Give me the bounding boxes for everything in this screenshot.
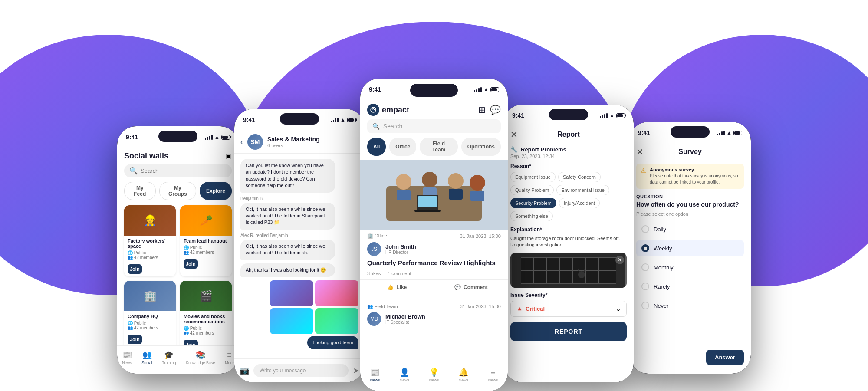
nf-logo: empact: [367, 104, 409, 116]
office-location-2: 👥 Field Team: [367, 304, 398, 309]
office-location: 🏢 Office: [367, 233, 387, 239]
chip-injury[interactable]: Injury/Accident: [559, 198, 600, 208]
chat-input-bar: 📷 Write your message ➤: [234, 358, 365, 382]
chip-safety[interactable]: Safety Concern: [558, 172, 601, 182]
report-close-button[interactable]: ✕: [510, 129, 518, 140]
nav-news-1[interactable]: 📰 News: [122, 350, 132, 365]
post2-author: MB Michael Brown IT Specialist: [367, 312, 501, 326]
sw-title: Social walls: [124, 151, 168, 161]
svg-point-25: [578, 271, 585, 278]
nav-news2-3[interactable]: 👤 News: [400, 368, 410, 382]
chip-equipment[interactable]: Equipment Issue: [510, 172, 556, 182]
radio-weekly[interactable]: [641, 244, 649, 252]
chip-environmental[interactable]: Environmental Issue: [556, 185, 609, 195]
send-icon-chat[interactable]: ➤: [353, 366, 359, 375]
sw-card-title-movies: Movies and books recommendations: [184, 314, 228, 324]
report-title: Report: [557, 131, 580, 138]
survey-option-never[interactable]: Never: [636, 297, 744, 314]
nav-more-1[interactable]: ≡ More: [225, 351, 234, 365]
answer-button[interactable]: Answer: [706, 350, 744, 365]
sw-tab-mygroups[interactable]: My Groups: [159, 182, 196, 200]
camera-icon-chat[interactable]: 📷: [240, 366, 249, 375]
chip-other[interactable]: Something else: [510, 211, 553, 221]
compose-icon[interactable]: ▣: [225, 152, 232, 160]
phones-container: 9:41 ▲ Social walls ▣: [0, 0, 868, 391]
post-action-buttons: 👍 Like 💬 Comment: [360, 279, 508, 295]
survey-option-monthly[interactable]: Monthly: [636, 259, 744, 276]
nav-social-1[interactable]: 👥 Social: [141, 350, 152, 365]
nav-news5-3[interactable]: ≡ News: [488, 368, 498, 382]
comment-icon: 💬: [454, 284, 461, 290]
survey-question-text: How often do you use our product?: [636, 201, 744, 208]
nf-search-text: Search: [383, 123, 402, 130]
chat-message-5-wrap: Looking good team: [240, 280, 358, 353]
nf-tab-all[interactable]: All: [367, 138, 386, 156]
comment-button[interactable]: 💬 Comment: [434, 280, 508, 295]
option-label-never: Never: [654, 302, 669, 309]
phone-social-walls: 9:41 ▲ Social walls ▣: [117, 126, 239, 374]
sw-tab-explore[interactable]: Explore: [200, 182, 232, 200]
report-submit-button[interactable]: REPORT: [510, 322, 627, 341]
chat-message-4: Ah, thanks! I was also looking for it 😊: [240, 263, 335, 277]
option-label-monthly: Monthly: [654, 264, 674, 271]
svg-rect-10: [470, 191, 484, 201]
chat-img-1: [270, 280, 313, 306]
survey-close-button[interactable]: ✕: [636, 147, 644, 157]
chat-message-1: Can you let me know when you have an upd…: [240, 159, 335, 193]
chat-message-5: Looking good team: [307, 336, 358, 349]
report-section-title: 🔧 Report Problems: [510, 146, 627, 153]
nav-news4-3[interactable]: 🔔 News: [459, 368, 469, 382]
survey-select-prompt: Please select one option: [636, 211, 744, 217]
nav-kb-1[interactable]: 📚 Knowledge Base: [186, 350, 215, 365]
remove-image-button[interactable]: ✕: [615, 256, 624, 264]
sw-search-bar[interactable]: 🔍: [124, 164, 232, 177]
nav-news-3[interactable]: 📰 News: [370, 368, 380, 382]
post-stats: 3 likes 1 comment: [367, 271, 411, 276]
severity-select[interactable]: 🔺 Critical ⌄: [510, 301, 627, 317]
nf-search-bar[interactable]: 🔍 Search: [367, 119, 501, 133]
chip-security[interactable]: Security Problem: [510, 198, 556, 208]
nav-news3-3[interactable]: 💡 News: [429, 368, 439, 382]
nf-tab-office[interactable]: Office: [389, 138, 416, 156]
survey-option-daily[interactable]: Daily: [636, 221, 744, 237]
more-icon-1: ≡: [227, 351, 232, 360]
news5-icon-3: ≡: [491, 368, 496, 377]
radio-rarely[interactable]: [641, 283, 649, 290]
sw-card-movies: 🎬 Movies and books recommendations 🌐 Pub…: [180, 281, 232, 352]
survey-option-weekly[interactable]: Weekly: [636, 240, 744, 256]
meeting-svg: [360, 160, 508, 230]
sw-join-btn-team[interactable]: Join: [184, 259, 198, 269]
nf-tab-fieldteam[interactable]: Field Team: [420, 138, 457, 156]
radio-never[interactable]: [641, 302, 649, 309]
msg-sender-2: Benjamin B.: [240, 196, 358, 201]
phone-survey: 9:41 ▲ ✕ Survey: [629, 122, 751, 374]
nav-training-1[interactable]: 🎓 Training: [162, 350, 176, 365]
nf-header: empact ⊞ 💬: [360, 100, 508, 119]
chat-input-field[interactable]: Write your message: [253, 364, 349, 377]
sw-join-btn-factory[interactable]: Join: [128, 264, 142, 274]
bar1: [205, 138, 206, 140]
author-avatar-1: JS: [367, 242, 381, 256]
sw-card-body-factory: Factory workers' space 🌐 Public 👥 42 mem…: [124, 236, 176, 263]
survey-option-rarely[interactable]: Rarely: [636, 278, 744, 295]
status-icons-5: ▲: [717, 130, 742, 136]
public-icon-1: 🌐: [128, 250, 133, 255]
phone1-screen: 9:41 ▲ Social walls ▣: [117, 126, 239, 374]
sw-tab-myfeed[interactable]: My Feed: [124, 182, 156, 200]
nf-tab-operations[interactable]: Operations: [461, 138, 501, 156]
radio-monthly[interactable]: [641, 263, 649, 271]
sw-join-btn-company[interactable]: Join: [128, 335, 142, 344]
dynamic-island-3: [410, 84, 458, 97]
severity-critical: 🔺 Critical: [516, 306, 545, 312]
sw-search-input[interactable]: [141, 168, 227, 174]
survey-header: ✕ Survey: [629, 144, 751, 160]
chip-quality[interactable]: Quality Problem: [510, 185, 554, 195]
message-icon-nf[interactable]: 💬: [490, 105, 501, 115]
back-button-chat[interactable]: ‹: [240, 138, 243, 147]
empact-icon-svg: [370, 106, 377, 113]
critical-icon: 🔺: [516, 306, 523, 312]
like-button[interactable]: 👍 Like: [360, 280, 434, 295]
add-icon-nf[interactable]: ⊞: [478, 105, 486, 115]
radio-daily[interactable]: [641, 225, 649, 233]
wifi-icon-4: ▲: [609, 112, 615, 118]
